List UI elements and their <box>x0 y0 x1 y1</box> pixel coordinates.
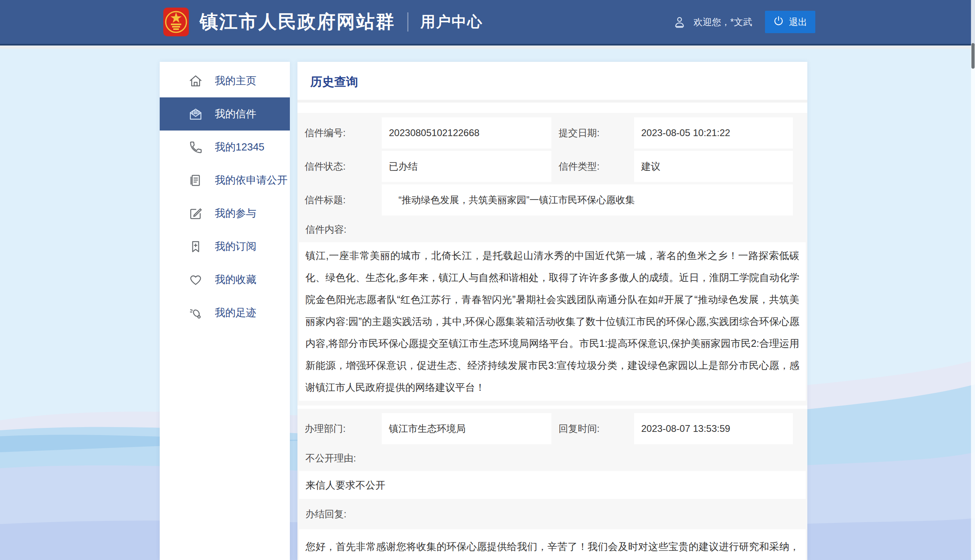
sidebar-item-1[interactable]: 我的信件 <box>160 97 290 131</box>
reply-row-dept-time: 办理部门: 镇江市生态环境局 回复时间: 2023-08-07 13:53:59 <box>297 412 793 445</box>
welcome-text: 欢迎您，*文武 <box>694 16 752 28</box>
footprint-icon <box>188 306 203 320</box>
sidebar-item-6[interactable]: 我的收藏 <box>160 263 290 296</box>
reply-block: 办理部门: 镇江市生态环境局 回复时间: 2023-08-07 13:53:59… <box>297 409 807 560</box>
logout-label: 退出 <box>789 16 807 28</box>
private-reason-label: 不公开理由: <box>297 445 807 471</box>
scrollbar-thumb[interactable] <box>971 43 975 69</box>
private-reason-value: 来信人要求不公开 <box>299 471 806 499</box>
letter-number-label: 信件编号: <box>297 116 382 150</box>
phone-icon <box>188 140 203 154</box>
letter-number-value: 20230805102122668 <box>382 117 551 148</box>
sidebar-item-3[interactable]: 我的依申请公开 <box>160 164 290 197</box>
subheader-strip <box>0 46 975 49</box>
letter-content-label: 信件内容: <box>297 217 807 242</box>
sidebar-item-label: 我的12345 <box>215 140 264 154</box>
letter-row-title: 信件标题: “推动绿色发展，共筑美丽家园”一镇江市民环保心愿收集 <box>297 183 793 217</box>
logout-button[interactable]: 退出 <box>765 11 815 33</box>
letter-row-number-date: 信件编号: 20230805102122668 提交日期: 2023-08-05… <box>297 116 793 150</box>
letter-status-value: 已办结 <box>382 151 551 182</box>
sidebar-item-label: 我的依申请公开 <box>215 173 287 187</box>
sidebar-item-2[interactable]: 我的12345 <box>160 131 290 164</box>
portal-title: 用户中心 <box>420 12 483 32</box>
letter-status-label: 信件状态: <box>297 150 382 183</box>
letter-title-label: 信件标题: <box>297 183 382 217</box>
letter-info-block: 信件编号: 20230805102122668 提交日期: 2023-08-05… <box>297 113 807 406</box>
letter-row-status-type: 信件状态: 已办结 信件类型: 建议 <box>297 150 793 183</box>
sidebar: 我的主页我的信件我的12345我的依申请公开我的参与我的订阅我的收藏我的足迹 <box>160 62 290 560</box>
sidebar-item-4[interactable]: 我的参与 <box>160 197 290 230</box>
letter-type-value: 建议 <box>634 151 793 182</box>
mail-icon <box>188 107 203 121</box>
submit-date-label: 提交日期: <box>551 116 634 150</box>
home-icon <box>188 74 203 88</box>
header-user-area: 欢迎您，*文武 退出 <box>673 0 815 44</box>
bookmark-icon <box>188 239 203 254</box>
sidebar-item-5[interactable]: 我的订阅 <box>160 230 290 263</box>
sidebar-item-label: 我的主页 <box>215 74 256 88</box>
user-icon <box>673 15 686 29</box>
dept-value: 镇江市生态环境局 <box>382 413 551 444</box>
heart-icon <box>188 273 203 287</box>
final-reply-text: 您好，首先非常感谢您将收集的环保心愿提供给我们，辛苦了！我们会及时对这些宝贵的建… <box>299 529 806 560</box>
sidebar-item-label: 我的信件 <box>215 107 256 121</box>
document-icon <box>188 173 203 188</box>
national-emblem-logo <box>163 6 189 38</box>
dept-label: 办理部门: <box>297 412 382 445</box>
reply-time-label: 回复时间: <box>551 412 634 445</box>
submit-date-value: 2023-08-05 10:21:22 <box>634 117 793 148</box>
header-divider <box>407 12 408 32</box>
sidebar-item-label: 我的足迹 <box>215 306 256 320</box>
power-icon <box>773 15 784 29</box>
sidebar-item-label: 我的订阅 <box>215 239 256 253</box>
sidebar-item-label: 我的收藏 <box>215 273 256 287</box>
letter-content-text: 镇江,一座非常美丽的城市，北倚长江，是托载起山清水秀的中国近代第一城，著名的鱼米… <box>299 242 806 401</box>
page-title: 历史查询 <box>310 74 807 90</box>
title-divider-rule <box>297 100 807 103</box>
sidebar-item-0[interactable]: 我的主页 <box>160 64 290 97</box>
sidebar-item-label: 我的参与 <box>215 206 256 220</box>
final-reply-label: 办结回复: <box>297 499 807 529</box>
edit-icon <box>188 206 203 221</box>
main-panel: 历史查询 信件编号: 20230805102122668 提交日期: 2023-… <box>297 62 807 560</box>
site-title: 镇江市人民政府网站群 <box>200 10 395 34</box>
sidebar-item-7[interactable]: 我的足迹 <box>160 296 290 329</box>
reply-time-value: 2023-08-07 13:53:59 <box>634 413 793 444</box>
header: 镇江市人民政府网站群 用户中心 欢迎您，*文武 退出 <box>0 0 975 46</box>
letter-type-label: 信件类型: <box>551 150 634 183</box>
letter-title-value: “推动绿色发展，共筑美丽家园”一镇江市民环保心愿收集 <box>382 184 793 216</box>
page-scrollbar[interactable] <box>971 0 975 560</box>
